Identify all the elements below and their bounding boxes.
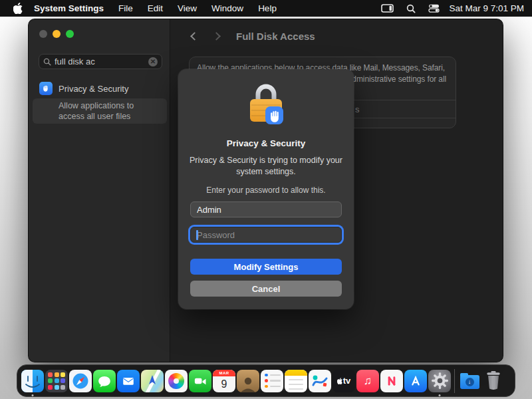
dock-icon-launchpad[interactable] [45,370,68,392]
dock-icon-facetime[interactable] [189,370,211,392]
dock-icon-news[interactable] [380,370,403,392]
privacy-security-icon [39,82,53,95]
close-button[interactable] [39,30,47,38]
apple-logo-icon[interactable] [13,3,23,14]
clear-search-icon[interactable]: ✕ [148,57,158,66]
dock-icon-mail[interactable] [117,370,140,392]
menubar-status-icons [381,4,440,13]
forward-chevron-icon[interactable] [212,32,221,41]
dialog-title: Privacy & Security [227,138,306,148]
spotlight-search-icon[interactable] [406,4,416,13]
subitem-line2: access all user files [59,111,163,122]
calendar-month-label: MAR [213,370,235,376]
zoom-button[interactable] [66,30,74,38]
dock-icon-maps[interactable] [141,370,164,392]
window-controls [39,30,74,38]
menu-file[interactable]: File [118,3,133,13]
menu-edit[interactable]: Edit [148,3,163,13]
dock-icon-reminders[interactable] [261,370,283,392]
minimize-button[interactable] [53,30,61,38]
dialog-prompt: Enter your password to allow this. [206,186,325,195]
cancel-button[interactable]: Cancel [190,281,342,297]
page-title: Full Disk Access [236,31,315,42]
username-field[interactable] [190,201,342,217]
calendar-day-label: 9 [213,376,235,392]
sidebar-item-label: Privacy & Security [59,84,128,94]
dialog-message: Privacy & Security is trying to modify y… [185,155,347,178]
menubar-clock[interactable]: Sat Mar 9 7:01 PM [449,3,524,13]
settings-sidebar: full disk ac ✕ Privacy & Security Allow … [29,19,170,362]
dock-icon-music[interactable]: ♫ [356,370,379,392]
main-header: Full Disk Access [170,29,503,43]
sidebar-item-privacy-security[interactable]: Privacy & Security [35,79,164,98]
subitem-line1: Allow applications to [59,100,163,111]
search-icon [43,58,51,66]
dock-icon-contacts[interactable] [237,370,259,392]
music-note-glyph: ♫ [364,374,372,388]
back-chevron-icon[interactable] [190,32,199,41]
password-field[interactable] [190,227,342,243]
dock-icon-messages[interactable] [93,370,116,392]
dock-icon-calendar[interactable]: MAR 9 [213,370,235,392]
dock-icon-photos[interactable] [165,370,188,392]
sidebar-subitem-full-disk-access[interactable]: Allow applications to access all user fi… [33,98,167,124]
dock-icon-freeform[interactable] [309,370,331,392]
sidebar-search-input[interactable]: full disk ac ✕ [39,54,162,69]
dock-icon-tv[interactable]: tv [332,370,355,392]
display-icon[interactable] [381,4,394,13]
search-query-text: full disk ac [55,57,148,66]
running-indicator [439,394,441,396]
menu-window[interactable]: Window [211,3,243,13]
authentication-dialog: Privacy & Security Privacy & Security is… [178,69,354,309]
tv-label: tv [343,376,351,386]
control-center-icon[interactable] [428,4,440,13]
dock-icon-app-store[interactable] [404,370,427,392]
dock-icon-system-settings[interactable] [428,370,451,392]
text-caret [196,230,198,240]
menu-view[interactable]: View [178,3,197,13]
password-field-wrap [190,227,342,243]
dock-icon-safari[interactable] [69,370,92,392]
privacy-lock-icon [241,78,291,126]
running-indicator [32,394,34,396]
menu-help[interactable]: Help [258,3,277,13]
menu-bar: System Settings File Edit View Window He… [0,0,532,17]
dock-icon-finder[interactable] [21,370,44,392]
dock-icon-notes[interactable] [285,370,307,392]
dock: MAR 9 tv ♫ [17,364,515,397]
dock-icon-downloads[interactable]: ↓ [458,370,481,392]
dock-icon-trash[interactable] [482,370,505,392]
menubar-app-name[interactable]: System Settings [34,3,104,13]
download-arrow-icon: ↓ [466,378,474,386]
dock-separator [454,369,455,393]
app-row-text-fragment: s [355,104,360,114]
modify-settings-button[interactable]: Modify Settings [190,259,342,275]
